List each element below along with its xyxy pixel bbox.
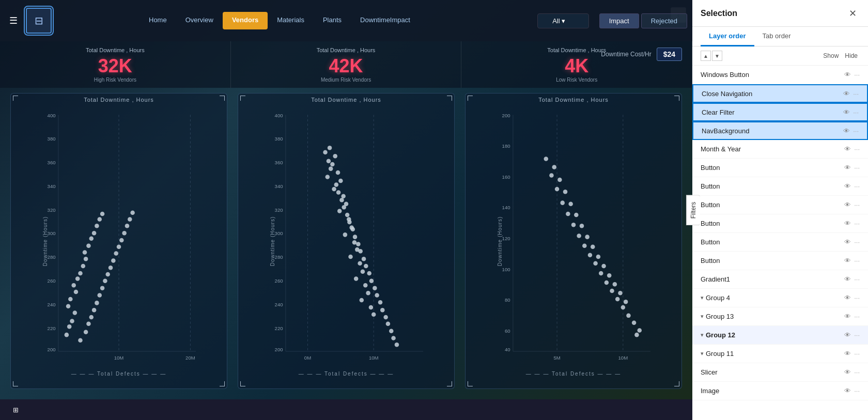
more-icon[interactable]: ···	[854, 220, 860, 227]
layer-button-3-label: Button	[701, 201, 844, 209]
svg-point-45	[105, 272, 110, 277]
more-icon[interactable]: ···	[853, 108, 859, 116]
more-icon[interactable]: ···	[854, 257, 860, 265]
eye-icon[interactable]: 👁	[844, 238, 851, 246]
more-icon[interactable]: ···	[854, 331, 860, 339]
eye-icon[interactable]: 👁	[844, 387, 851, 395]
layer-slicer[interactable]: Slicer 👁 ···	[692, 363, 868, 382]
layer-button-4[interactable]: Button 👁 ···	[692, 214, 868, 233]
svg-point-112	[369, 279, 374, 284]
hide-button[interactable]: Hide	[843, 51, 860, 60]
start-button[interactable]: ⊞	[5, 401, 26, 418]
tab-layer-order[interactable]: Layer order	[701, 27, 754, 46]
more-icon[interactable]: ···	[854, 368, 860, 376]
chart1-y-label: Downtime (Hours)	[42, 216, 48, 266]
hamburger-button[interactable]: ☰	[5, 11, 22, 30]
layer-group12[interactable]: ▾ Group 12 👁 ···	[692, 326, 868, 345]
show-button[interactable]: Show	[821, 51, 841, 60]
more-icon[interactable]: ···	[854, 71, 860, 79]
svg-text:80: 80	[505, 297, 510, 303]
svg-point-146	[593, 261, 598, 266]
panel-close-button[interactable]: ✕	[846, 6, 860, 21]
eye-icon[interactable]: 👁	[844, 71, 851, 79]
eye-icon[interactable]: 👁	[844, 220, 851, 227]
more-icon[interactable]: ···	[854, 387, 860, 395]
svg-point-108	[358, 249, 363, 254]
svg-text:380: 380	[48, 136, 56, 142]
filter-button[interactable]: ⊟	[26, 8, 52, 34]
eye-icon[interactable]: 👁	[844, 294, 851, 302]
risk-tab-buttons: Impact Rejected	[599, 13, 687, 28]
all-dropdown[interactable]: All ▾	[537, 13, 589, 28]
filters-side-tab[interactable]: Filters	[686, 195, 700, 225]
more-icon[interactable]: ···	[854, 294, 860, 302]
layer-button-6[interactable]: Button 👁 ···	[692, 252, 868, 270]
svg-point-92	[360, 298, 364, 303]
eye-icon[interactable]: 👁	[843, 90, 850, 98]
layer-nav-background[interactable]: NavBackground 👁 ··· NavBackground	[692, 121, 868, 140]
eye-icon[interactable]: 👁	[844, 313, 851, 320]
svg-point-106	[353, 235, 358, 239]
svg-point-168	[624, 300, 628, 304]
svg-text:220: 220	[275, 325, 283, 331]
tab-tab-order[interactable]: Tab order	[754, 27, 799, 46]
kpi-high-risk-sub: High Risk Vendors	[94, 77, 136, 83]
more-icon[interactable]: ···	[854, 350, 860, 357]
svg-text:5M: 5M	[553, 355, 560, 361]
svg-point-19	[70, 319, 74, 323]
svg-point-32	[92, 231, 97, 236]
more-icon[interactable]: ···	[854, 313, 860, 320]
more-icon[interactable]: ···	[853, 90, 859, 98]
tab-vendors[interactable]: Vendors	[223, 12, 268, 29]
layer-button-2[interactable]: Button 👁 ···	[692, 177, 868, 196]
svg-point-145	[588, 253, 593, 258]
layer-button-1[interactable]: Button 👁 ···	[692, 159, 868, 177]
layer-group11[interactable]: ▾ Group 11 👁 ···	[692, 345, 868, 363]
svg-point-40	[92, 308, 97, 313]
more-icon[interactable]: ···	[854, 164, 860, 172]
move-up-button[interactable]: ▲	[701, 51, 711, 61]
eye-icon[interactable]: 👁	[844, 164, 851, 172]
more-icon[interactable]: ···	[854, 275, 860, 283]
svg-point-120	[391, 336, 396, 340]
svg-point-158	[568, 201, 573, 206]
eye-icon[interactable]: 👁	[843, 108, 850, 116]
layer-group4-label: Group 4	[706, 294, 844, 302]
layer-group13[interactable]: ▾ Group 13 👁 ···	[692, 307, 868, 326]
tab-downtime-impact[interactable]: DowntimeImpact	[351, 12, 420, 29]
more-icon[interactable]: ···	[854, 182, 860, 190]
eye-icon[interactable]: 👁	[844, 182, 851, 190]
more-icon[interactable]: ···	[853, 127, 859, 135]
tab-plants[interactable]: Plants	[314, 12, 351, 29]
tab-home[interactable]: Home	[140, 12, 176, 29]
layer-group4[interactable]: ▾ Group 4 👁 ···	[692, 289, 868, 307]
tab-overview[interactable]: Overview	[176, 12, 223, 29]
layer-close-navigation[interactable]: Close Navigation 👁 ···	[692, 84, 868, 103]
eye-icon[interactable]: 👁	[844, 331, 851, 339]
eye-icon[interactable]: 👁	[843, 127, 850, 135]
more-icon[interactable]: ···	[854, 238, 860, 246]
eye-icon[interactable]: 👁	[844, 275, 851, 283]
layer-gradient1[interactable]: Gradient1 👁 ···	[692, 270, 868, 289]
eye-icon[interactable]: 👁	[844, 368, 851, 376]
layer-button-5[interactable]: Button 👁 ···	[692, 233, 868, 252]
filters-tab-label: Filters	[690, 201, 697, 219]
layer-windows-button[interactable]: Windows Button 👁 ···	[692, 66, 868, 84]
tab-materials[interactable]: Materials	[268, 12, 314, 29]
rejected-tab-button[interactable]: Rejected	[641, 13, 687, 28]
impact-tab-button[interactable]: Impact	[599, 13, 639, 28]
eye-icon[interactable]: 👁	[844, 201, 851, 209]
layer-month-year[interactable]: Month & Year 👁 ···	[692, 140, 868, 159]
eye-icon[interactable]: 👁	[844, 145, 851, 153]
eye-icon[interactable]: 👁	[844, 257, 851, 265]
layer-clear-filter[interactable]: Clear Filter 👁 ···	[692, 103, 868, 121]
more-icon[interactable]: ···	[854, 145, 860, 153]
more-icon[interactable]: ···	[854, 201, 860, 209]
svg-point-149	[610, 289, 614, 293]
eye-icon[interactable]: 👁	[844, 350, 851, 357]
layer-image[interactable]: Image 👁 ···	[692, 382, 868, 400]
move-down-button[interactable]: ▼	[712, 51, 722, 61]
svg-point-50	[119, 238, 124, 243]
svg-point-90	[363, 283, 368, 288]
layer-button-3[interactable]: Button 👁 ···	[692, 196, 868, 214]
